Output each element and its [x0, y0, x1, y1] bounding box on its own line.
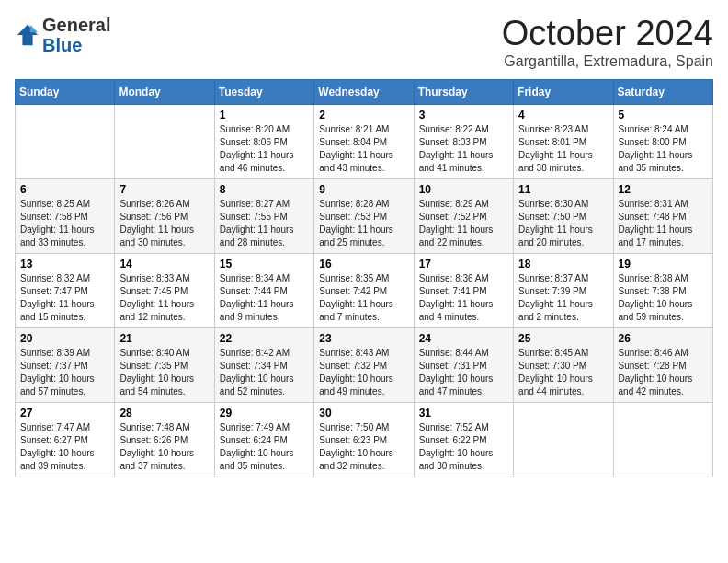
day-content: Sunrise: 8:45 AM Sunset: 7:30 PM Dayligh… [518, 347, 608, 398]
day-number: 29 [220, 407, 309, 419]
day-content: Sunrise: 8:44 AM Sunset: 7:31 PM Dayligh… [419, 347, 508, 398]
calendar-cell: 30Sunrise: 7:50 AM Sunset: 6:23 PM Dayli… [314, 402, 414, 477]
day-number: 3 [419, 109, 508, 121]
day-content: Sunrise: 8:30 AM Sunset: 7:50 PM Dayligh… [518, 198, 608, 249]
calendar-cell: 8Sunrise: 8:27 AM Sunset: 7:55 PM Daylig… [214, 178, 313, 253]
day-number: 26 [619, 332, 708, 345]
calendar-week-4: 20Sunrise: 8:39 AM Sunset: 7:37 PM Dayli… [16, 327, 713, 402]
calendar-cell: 5Sunrise: 8:24 AM Sunset: 8:00 PM Daylig… [613, 104, 712, 178]
page-header: General Blue October 2024 Gargantilla, E… [15, 15, 713, 70]
day-number: 27 [20, 407, 109, 419]
day-number: 13 [20, 258, 109, 270]
day-content: Sunrise: 7:50 AM Sunset: 6:23 PM Dayligh… [319, 421, 408, 473]
day-content: Sunrise: 8:46 AM Sunset: 7:28 PM Dayligh… [619, 347, 708, 398]
day-header-friday: Friday [514, 79, 613, 104]
day-number: 28 [119, 407, 209, 419]
calendar-cell: 31Sunrise: 7:52 AM Sunset: 6:22 PM Dayli… [414, 402, 513, 477]
day-content: Sunrise: 7:49 AM Sunset: 6:24 PM Dayligh… [220, 421, 309, 473]
day-content: Sunrise: 8:31 AM Sunset: 7:48 PM Dayligh… [619, 198, 708, 249]
svg-marker-1 [30, 25, 38, 32]
calendar-cell: 19Sunrise: 8:38 AM Sunset: 7:38 PM Dayli… [613, 253, 712, 327]
day-number: 25 [518, 332, 608, 345]
day-content: Sunrise: 7:47 AM Sunset: 6:27 PM Dayligh… [20, 421, 109, 473]
calendar-week-5: 27Sunrise: 7:47 AM Sunset: 6:27 PM Dayli… [16, 402, 713, 477]
day-content: Sunrise: 8:26 AM Sunset: 7:56 PM Dayligh… [119, 198, 209, 249]
calendar-cell: 12Sunrise: 8:31 AM Sunset: 7:48 PM Dayli… [613, 178, 712, 253]
calendar-cell: 9Sunrise: 8:28 AM Sunset: 7:53 PM Daylig… [314, 178, 414, 253]
day-number: 9 [319, 183, 408, 196]
day-number: 23 [319, 332, 408, 345]
calendar-cell: 17Sunrise: 8:36 AM Sunset: 7:41 PM Dayli… [414, 253, 513, 327]
day-number: 14 [119, 258, 209, 270]
day-content: Sunrise: 8:42 AM Sunset: 7:34 PM Dayligh… [220, 347, 309, 398]
day-number: 24 [419, 332, 508, 345]
day-content: Sunrise: 8:37 AM Sunset: 7:39 PM Dayligh… [518, 272, 608, 324]
calendar-cell: 1Sunrise: 8:20 AM Sunset: 8:06 PM Daylig… [214, 104, 313, 178]
day-content: Sunrise: 8:39 AM Sunset: 7:37 PM Dayligh… [20, 347, 109, 398]
day-content: Sunrise: 8:28 AM Sunset: 7:53 PM Dayligh… [319, 198, 408, 249]
day-number: 7 [119, 183, 209, 196]
logo-icon [15, 22, 40, 48]
calendar-cell [613, 402, 712, 477]
day-header-monday: Monday [115, 79, 214, 104]
calendar-cell: 3Sunrise: 8:22 AM Sunset: 8:03 PM Daylig… [414, 104, 513, 178]
calendar-cell: 13Sunrise: 8:32 AM Sunset: 7:47 PM Dayli… [16, 253, 115, 327]
calendar-header-row: SundayMondayTuesdayWednesdayThursdayFrid… [16, 79, 713, 104]
title-block: October 2024 Gargantilla, Extremadura, S… [502, 15, 713, 70]
day-number: 15 [220, 258, 309, 270]
day-number: 5 [619, 109, 708, 121]
calendar-cell: 22Sunrise: 8:42 AM Sunset: 7:34 PM Dayli… [214, 327, 313, 402]
calendar-cell: 20Sunrise: 8:39 AM Sunset: 7:37 PM Dayli… [16, 327, 115, 402]
logo: General Blue [15, 15, 110, 55]
svg-marker-0 [17, 25, 38, 45]
day-content: Sunrise: 8:24 AM Sunset: 8:00 PM Dayligh… [619, 123, 708, 175]
day-header-saturday: Saturday [613, 79, 712, 104]
day-content: Sunrise: 8:36 AM Sunset: 7:41 PM Dayligh… [419, 272, 508, 324]
calendar-cell: 7Sunrise: 8:26 AM Sunset: 7:56 PM Daylig… [115, 178, 214, 253]
calendar-cell [514, 402, 613, 477]
calendar-cell: 15Sunrise: 8:34 AM Sunset: 7:44 PM Dayli… [214, 253, 313, 327]
logo-blue: Blue [42, 35, 82, 55]
calendar-week-1: 1Sunrise: 8:20 AM Sunset: 8:06 PM Daylig… [16, 104, 713, 178]
calendar-cell: 4Sunrise: 8:23 AM Sunset: 8:01 PM Daylig… [514, 104, 613, 178]
calendar-cell: 28Sunrise: 7:48 AM Sunset: 6:26 PM Dayli… [115, 402, 214, 477]
calendar-week-2: 6Sunrise: 8:25 AM Sunset: 7:58 PM Daylig… [16, 178, 713, 253]
day-number: 22 [220, 332, 309, 345]
day-content: Sunrise: 8:27 AM Sunset: 7:55 PM Dayligh… [220, 198, 309, 249]
day-number: 30 [319, 407, 408, 419]
calendar-cell: 14Sunrise: 8:33 AM Sunset: 7:45 PM Dayli… [115, 253, 214, 327]
day-number: 31 [419, 407, 508, 419]
day-content: Sunrise: 7:52 AM Sunset: 6:22 PM Dayligh… [419, 421, 508, 473]
calendar-cell [115, 104, 214, 178]
day-number: 17 [419, 258, 508, 270]
calendar-cell: 6Sunrise: 8:25 AM Sunset: 7:58 PM Daylig… [16, 178, 115, 253]
day-content: Sunrise: 8:23 AM Sunset: 8:01 PM Dayligh… [518, 123, 608, 175]
day-header-wednesday: Wednesday [314, 79, 414, 104]
day-content: Sunrise: 8:20 AM Sunset: 8:06 PM Dayligh… [220, 123, 309, 175]
day-header-thursday: Thursday [414, 79, 513, 104]
calendar-cell: 18Sunrise: 8:37 AM Sunset: 7:39 PM Dayli… [514, 253, 613, 327]
day-number: 8 [220, 183, 309, 196]
calendar-cell: 23Sunrise: 8:43 AM Sunset: 7:32 PM Dayli… [314, 327, 414, 402]
calendar-cell: 26Sunrise: 8:46 AM Sunset: 7:28 PM Dayli… [613, 327, 712, 402]
day-number: 6 [20, 183, 109, 196]
calendar-cell: 2Sunrise: 8:21 AM Sunset: 8:04 PM Daylig… [314, 104, 414, 178]
calendar-cell: 21Sunrise: 8:40 AM Sunset: 7:35 PM Dayli… [115, 327, 214, 402]
day-number: 19 [619, 258, 708, 270]
day-number: 11 [518, 183, 608, 196]
calendar-cell [16, 104, 115, 178]
day-number: 1 [220, 109, 309, 121]
day-number: 4 [518, 109, 608, 121]
day-header-tuesday: Tuesday [214, 79, 313, 104]
logo-text: General Blue [42, 15, 110, 55]
day-number: 18 [518, 258, 608, 270]
day-content: Sunrise: 8:32 AM Sunset: 7:47 PM Dayligh… [20, 272, 109, 324]
day-number: 20 [20, 332, 109, 345]
day-content: Sunrise: 8:22 AM Sunset: 8:03 PM Dayligh… [419, 123, 508, 175]
day-number: 10 [419, 183, 508, 196]
day-content: Sunrise: 8:25 AM Sunset: 7:58 PM Dayligh… [20, 198, 109, 249]
day-header-sunday: Sunday [16, 79, 115, 104]
day-content: Sunrise: 8:35 AM Sunset: 7:42 PM Dayligh… [319, 272, 408, 324]
calendar-cell: 10Sunrise: 8:29 AM Sunset: 7:52 PM Dayli… [414, 178, 513, 253]
day-content: Sunrise: 7:48 AM Sunset: 6:26 PM Dayligh… [119, 421, 209, 473]
